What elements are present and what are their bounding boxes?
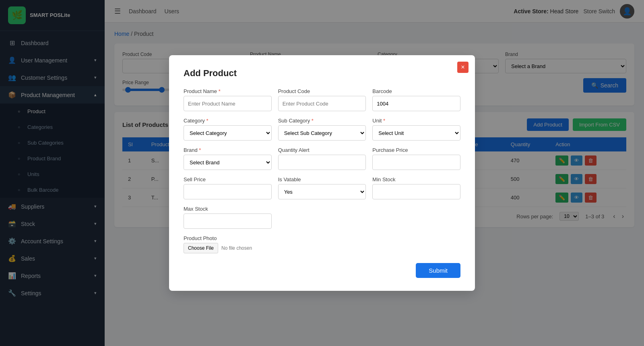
unit-label: Unit * <box>372 118 460 124</box>
unit-select[interactable]: Select Unit <box>372 125 460 141</box>
form-group-sell-price: Sell Price <box>184 176 272 199</box>
max-stock-input[interactable] <box>184 213 272 229</box>
modal-close-button[interactable]: × <box>457 62 469 73</box>
modal-title: Add Product <box>184 68 460 79</box>
product-name-label: Product Name * <box>184 88 272 94</box>
form-row-2: Category * Select Category Sub Category … <box>184 118 460 141</box>
is-vatable-select[interactable]: Yes No <box>278 184 366 199</box>
modal-footer: Submit <box>184 263 460 278</box>
is-vatable-label: Is Vatable <box>278 176 366 182</box>
purchase-price-label: Purchase Price <box>372 147 460 153</box>
max-stock-label: Max Stock <box>184 206 272 212</box>
form-group-is-vatable: Is Vatable Yes No <box>278 176 366 199</box>
submit-button[interactable]: Submit <box>416 263 460 278</box>
form-group-product-code: Product Code <box>278 88 366 111</box>
form-row-1: Product Name * Product Code Barcode <box>184 88 460 111</box>
file-name-text: No file chosen <box>221 245 252 251</box>
barcode-label: Barcode <box>372 88 460 94</box>
add-product-modal: Add Product × Product Name * Product Cod… <box>169 55 475 291</box>
modal-overlay[interactable]: Add Product × Product Name * Product Cod… <box>0 0 644 346</box>
min-stock-label: Min Stock <box>372 176 460 182</box>
sell-price-input[interactable] <box>184 184 272 199</box>
category-select[interactable]: Select Category <box>184 125 272 141</box>
product-photo-label: Product Photo <box>184 235 460 241</box>
barcode-input[interactable] <box>372 96 460 111</box>
brand-select[interactable]: Select Brand <box>184 155 272 170</box>
form-group-product-name: Product Name * <box>184 88 272 111</box>
form-group-product-photo: Product Photo Choose File No file chosen <box>184 235 460 253</box>
quantity-alert-label: Quantity Alert <box>278 147 366 153</box>
quantity-alert-input[interactable] <box>278 155 366 170</box>
brand-label: Brand * <box>184 147 272 153</box>
product-code-input[interactable] <box>278 96 366 111</box>
file-input-wrap: Choose File No file chosen <box>184 243 460 253</box>
form-group-sub-category: Sub Category * Select Sub Category <box>278 118 366 141</box>
sub-category-select[interactable]: Select Sub Category <box>278 125 366 141</box>
form-group-min-stock: Min Stock <box>372 176 460 199</box>
product-name-input[interactable] <box>184 96 272 111</box>
form-row-3: Brand * Select Brand Quantity Alert Purc… <box>184 147 460 170</box>
form-row-4: Sell Price Is Vatable Yes No Min Stock <box>184 176 460 199</box>
product-code-label: Product Code <box>278 88 366 94</box>
purchase-price-input[interactable] <box>372 155 460 170</box>
form-group-purchase-price: Purchase Price <box>372 147 460 170</box>
form-group-barcode: Barcode <box>372 88 460 111</box>
choose-file-button[interactable]: Choose File <box>184 243 218 253</box>
form-group-quantity-alert: Quantity Alert <box>278 147 366 170</box>
form-group-category: Category * Select Category <box>184 118 272 141</box>
min-stock-input[interactable] <box>372 184 460 199</box>
form-row-5: Max Stock <box>184 206 460 229</box>
sub-category-label: Sub Category * <box>278 118 366 124</box>
form-group-brand: Brand * Select Brand <box>184 147 272 170</box>
form-group-unit: Unit * Select Unit <box>372 118 460 141</box>
category-label: Category * <box>184 118 272 124</box>
form-group-max-stock: Max Stock <box>184 206 272 229</box>
sell-price-label: Sell Price <box>184 176 272 182</box>
